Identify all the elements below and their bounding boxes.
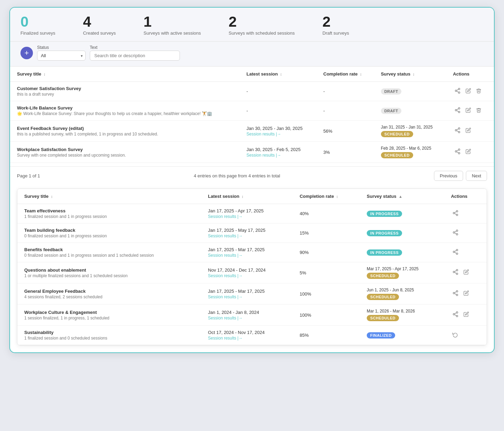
delete-icon[interactable] [475, 106, 483, 116]
scheduled-label: Surveys with scheduled sessions [229, 30, 295, 36]
status-badge: FINALIZED [367, 332, 395, 338]
edit-icon[interactable] [464, 87, 472, 96]
sort-icon-session[interactable]: ↕ [280, 72, 282, 76]
stat-scheduled: 2 Surveys with scheduled sessions [229, 15, 295, 36]
svg-line-24 [454, 211, 456, 212]
session-results-link[interactable]: Session results |→ [208, 214, 286, 219]
session-results-link[interactable]: Session results |→ [208, 336, 286, 341]
table-row: Team effectiveness 1 finalized session a… [17, 204, 487, 223]
next-session-date: Mar 17, 2025 - Apr 17, 2025 [367, 266, 437, 271]
col-actions: Actions [446, 67, 494, 82]
edit-icon[interactable] [464, 126, 472, 136]
completion-cell: 100% [293, 305, 360, 326]
session-cell: Oct 17, 2024 - Nov 17, 2024Session resul… [201, 326, 293, 345]
share-icon[interactable] [453, 126, 462, 136]
completion-cell: - [316, 82, 374, 101]
finalized-count: 0 [20, 15, 55, 29]
share-icon[interactable] [453, 86, 462, 97]
status-badge: SCHEDULED [367, 315, 399, 321]
status-select-wrap: All Draft Scheduled In Progress Finalize… [37, 51, 86, 61]
share-icon[interactable] [451, 267, 460, 278]
status-badge: SCHEDULED [381, 152, 413, 158]
share-icon[interactable] [451, 289, 460, 299]
add-survey-button[interactable]: + [20, 47, 33, 59]
sort2-icon-completion[interactable]: ↕ [336, 194, 338, 199]
survey-subtitle: 1 or multiple finalized sessions and 1 s… [24, 273, 194, 278]
delete-icon[interactable] [475, 87, 483, 96]
survey-title: Workplace Satisfaction Survey [17, 147, 233, 152]
actions-cell [453, 86, 487, 97]
filter-bar: + Status All Draft Scheduled In Progress… [10, 42, 494, 67]
session-date: - [246, 108, 248, 113]
completion-cell: 90% [293, 243, 360, 262]
share-icon[interactable] [453, 147, 462, 157]
text-filter-label: Text [90, 45, 180, 50]
restore-icon[interactable] [451, 331, 459, 340]
sort2-icon-title[interactable]: ↕ [51, 194, 53, 199]
svg-line-33 [454, 252, 456, 253]
share-icon[interactable] [451, 310, 460, 320]
session-cell: Jan 17, 2025 - Apr 17, 2025Session resul… [201, 204, 293, 223]
survey-subtitle: this is a draft survey [17, 92, 233, 97]
survey-title-cell: Benefits feedback 0 finalized session an… [17, 243, 201, 262]
session-results-link[interactable]: Session results |→ [208, 316, 286, 320]
share-icon[interactable] [451, 247, 460, 258]
finalized-label: Finalized surveys [20, 30, 55, 36]
previous-button[interactable]: Previous [434, 171, 463, 181]
sort2-icon-status[interactable]: ▲ [399, 194, 402, 199]
session-results-link[interactable]: Session results |→ [208, 294, 286, 299]
next-button[interactable]: Next [466, 171, 487, 181]
next-session-date: Mar 1, 2026 - Mar 8, 2026 [367, 309, 437, 314]
stat-created: 4 Created surveys [83, 15, 116, 36]
status-cell: Feb 28, 2025 - Mar 6, 2025SCHEDULED [374, 142, 446, 163]
session-cell: - [240, 82, 316, 101]
surveys-table-1: Survey title ↕ Latest session ↕ Completi… [10, 67, 494, 163]
session-results-link[interactable]: Session results |→ [208, 234, 286, 238]
session-cell: Jan 17, 2025 - Mar 17, 2025Session resul… [201, 243, 293, 262]
session-date: Jan 17, 2025 - Mar 17, 2025 [208, 289, 264, 294]
status-cell: Jan 31, 2025 - Jan 31, 2025SCHEDULED [374, 121, 446, 142]
status-badge: DRAFT [381, 108, 402, 114]
svg-line-44 [454, 292, 456, 293]
svg-line-38 [454, 272, 456, 273]
status-cell: DRAFT [374, 82, 446, 101]
share-icon[interactable] [451, 228, 460, 238]
completion-cell: - [316, 101, 374, 121]
edit-icon[interactable] [464, 147, 472, 157]
completion-cell: 56% [316, 121, 374, 142]
session-cell: Jan 17, 2025 - May 17, 2025Session resul… [201, 223, 293, 243]
actions-td [446, 121, 494, 142]
share-icon[interactable] [451, 209, 460, 219]
pagination-bar: Page 1 of 1 4 entries on this page from … [10, 166, 494, 185]
survey-title: Sustainability [24, 330, 194, 335]
session-results-link[interactable]: Session results |→ [246, 153, 310, 158]
sort-icon-status[interactable]: ↕ [413, 72, 415, 76]
status-badge: IN PROGRESS [367, 211, 402, 217]
svg-line-28 [454, 233, 456, 234]
edit-icon[interactable] [464, 106, 472, 116]
sort2-icon-session[interactable]: ↕ [242, 194, 244, 199]
sort-icon-title[interactable]: ↕ [44, 72, 46, 76]
col2-status: Survey status ▲ [360, 189, 444, 204]
status-select[interactable]: All Draft Scheduled In Progress Finalize… [37, 51, 86, 61]
session-results-link[interactable]: Session results |→ [208, 273, 286, 278]
col2-completion: Completion rate ↕ [293, 189, 360, 204]
actions-td [444, 326, 487, 345]
session-results-link[interactable]: Session results |→ [208, 253, 286, 258]
session-results-link[interactable]: Session results |→ [246, 132, 310, 137]
edit-icon[interactable] [462, 310, 470, 320]
sort-icon-completion[interactable]: ↕ [360, 72, 362, 76]
survey-subtitle: 4 sessions finalized, 2 sessions schedul… [24, 294, 194, 299]
survey-title: Customer Satisfaction Survey [17, 86, 233, 91]
share-icon[interactable] [453, 106, 462, 116]
edit-icon[interactable] [462, 268, 470, 278]
search-input[interactable] [90, 51, 180, 61]
table-row: Questions about enablement 1 or multiple… [17, 262, 487, 283]
session-cell: Jan 30, 2025 - Feb 5, 2025Session result… [240, 142, 316, 163]
actions-td [444, 305, 487, 326]
status-badge: IN PROGRESS [367, 249, 402, 256]
table-row: General Employee Feedback 4 sessions fin… [17, 283, 487, 305]
svg-line-3 [457, 91, 458, 92]
edit-icon[interactable] [462, 289, 470, 299]
actions-cell [453, 106, 487, 116]
